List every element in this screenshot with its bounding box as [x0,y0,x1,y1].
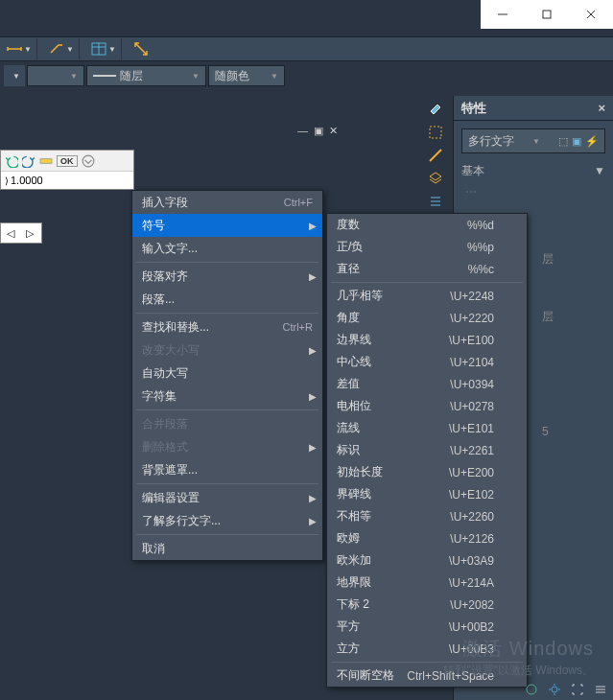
symbol-submenu: 度数%%d正/负%%p直径%%c几乎相等\U+2248角度\U+2220边界线\… [326,213,528,688]
properties-title: 特性 [461,100,486,117]
menu-paragraph[interactable]: 段落... [132,288,322,311]
measure-icon[interactable] [426,146,445,165]
menu-auto-caps[interactable]: 自动大写 [132,362,322,385]
table-button[interactable]: ▼ [88,38,117,59]
mtext-context-menu: 插入字段Ctrl+F 符号▶ 输入文字... 段落对齐▶ 段落... 查找和替换… [131,190,323,561]
svg-point-8 [83,155,94,167]
section-basic[interactable]: 基本 ▼ [461,161,605,180]
menu-editor-settings[interactable]: 编辑器设置▶ [132,486,322,509]
properties-close-button[interactable]: × [598,101,605,115]
status-fullscreen-icon[interactable] [569,681,586,698]
ruler-arrow-icon: ⟩ [5,175,9,186]
menu-bgmask[interactable]: 背景遮罩... [132,458,322,481]
maximize-button[interactable] [525,0,569,29]
symbol-item[interactable]: 电相位\U+0278 [327,395,527,417]
symbol-item[interactable]: 直径%%c [327,258,527,280]
symbol-item[interactable]: 不相等\U+2260 [327,505,527,527]
status-gear-icon[interactable] [546,681,563,698]
layer-row: ▼ ▼ 随层 ▼ 随颜色 ▼ [0,63,613,88]
lineweight-label: 随层 [120,68,143,84]
ruler-icon[interactable] [39,154,53,168]
list-icon[interactable] [426,192,445,211]
symbol-item[interactable]: 欧米加\U+03A9 [327,549,527,572]
chevron-down-icon: ▼ [594,164,605,177]
symbol-item[interactable]: 平方\U+00B2 [327,616,527,638]
close-button[interactable] [569,0,613,29]
menu-charset[interactable]: 字符集▶ [132,385,322,408]
eraser-icon[interactable] [426,100,445,119]
activation-watermark-2: 转到"设置"以激活 Windows。 [443,663,594,679]
symbol-item[interactable]: 角度\U+2220 [327,307,527,329]
symbol-item[interactable]: 边界线\U+E100 [327,329,527,351]
symbol-item[interactable]: 中心线\U+2104 [327,351,527,373]
panel-restore-button[interactable]: ▣ [314,125,323,137]
symbol-item[interactable]: 几乎相等\U+2248 [327,285,527,307]
color-dropdown[interactable]: 随颜色 ▼ [208,65,285,86]
property-row-layer[interactable]: ⋯ [465,182,601,201]
selection-type-label: 多行文字 [468,133,514,150]
lineweight-dropdown[interactable]: 随层 ▼ [86,65,206,86]
selection-type-dropdown[interactable]: 多行文字 ▼ ⬚ ▣ ⚡ [461,128,605,153]
status-location-icon[interactable] [523,681,540,698]
symbol-item[interactable]: 欧姆\U+2126 [327,527,527,549]
svg-point-18 [552,687,557,692]
mtext-edit-toolbar: OK [1,151,133,172]
text-stack-controls: ◁ ▷ [0,222,42,244]
symbol-item[interactable]: 初始长度\U+E200 [327,461,527,483]
symbol-item[interactable]: 下标 2\U+2082 [327,594,527,616]
symbol-item[interactable]: 正/负%%p [327,236,527,258]
panel-close-button[interactable]: ✕ [329,125,338,137]
select-all-icon[interactable] [426,123,445,142]
symbol-item[interactable]: 度数%%d [327,214,527,236]
svg-point-17 [527,685,536,694]
menu-symbol[interactable]: 符号▶ [132,214,322,237]
symbol-item[interactable]: 地界限\U+214A [327,572,527,594]
undo-icon[interactable] [5,154,18,168]
status-icons [523,681,609,698]
svg-rect-9 [430,127,441,138]
symbol-item[interactable]: 标识\U+2261 [327,439,527,461]
menu-cancel[interactable]: 取消 [132,537,322,560]
top-toolbar: ▼ ▼ ▼ [0,36,613,61]
symbol-item[interactable]: 界碑线\U+E102 [327,483,527,505]
status-menu-icon[interactable] [592,681,609,698]
properties-header: 特性 × [454,96,613,121]
mtext-value: 1.0000 [11,175,43,186]
menu-merge-para: 合并段落 [132,412,322,435]
toggle-pickadd-icon[interactable]: ⚡ [585,135,599,148]
window-titlebar [481,0,613,29]
layer-toggle-button[interactable]: ▼ [4,65,25,86]
leader-button[interactable]: ▼ [46,38,75,59]
dimension-linear-button[interactable]: ▼ [4,38,33,59]
dimstyle-button[interactable] [130,38,152,59]
mtext-value-row[interactable]: ⟩ 1.0000 [1,172,133,189]
svg-rect-7 [40,158,52,163]
layers-icon[interactable] [426,169,445,188]
svg-rect-1 [543,11,551,18]
symbol-item[interactable]: 差值\U+0394 [327,373,527,395]
menu-para-align[interactable]: 段落对齐▶ [132,265,322,288]
ok-button[interactable]: OK [57,155,78,167]
stack-left-button[interactable]: ◁ [1,223,20,243]
menu-insert-field[interactable]: 插入字段Ctrl+F [132,191,322,214]
minimize-button[interactable] [481,0,525,29]
menu-del-format: 删除格式▶ [132,435,322,458]
select-objects-icon[interactable]: ▣ [572,135,581,148]
quick-select-icon[interactable]: ⬚ [558,135,568,148]
menu-learn-mtext[interactable]: 了解多行文字...▶ [132,509,322,532]
options-dropdown-icon[interactable] [82,154,95,168]
stack-right-button[interactable]: ▷ [20,223,39,243]
menu-import-text[interactable]: 输入文字... [132,237,322,260]
menu-change-case: 改变大小写▶ [132,338,322,362]
color-label: 随颜色 [215,68,249,84]
panel-window-controls: — ▣ ✕ [297,125,338,137]
panel-minimize-button[interactable]: — [297,125,308,137]
symbol-item[interactable]: 流线\U+E101 [327,417,527,439]
activation-watermark-1: 激活 Windows [462,636,594,662]
redo-icon[interactable] [22,154,35,168]
linetype-dropdown[interactable]: ▼ [27,65,84,86]
menu-find-replace[interactable]: 查找和替换...Ctrl+R [132,315,322,338]
